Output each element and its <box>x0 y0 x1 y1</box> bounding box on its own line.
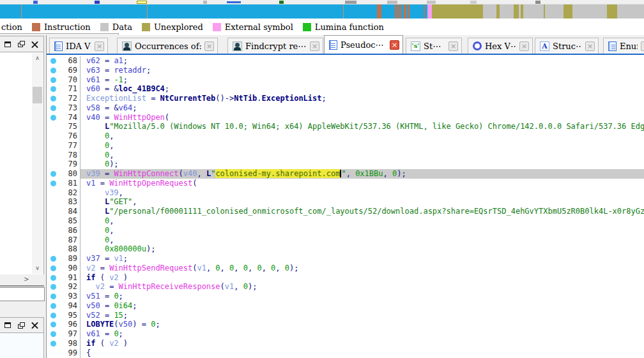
legend-label: Unexplored <box>154 22 203 32</box>
code-line[interactable]: 89v37 = v1; <box>47 254 644 264</box>
vertical-scrollbar[interactable]: ∧ ∨ <box>32 53 43 274</box>
code-text: { <box>80 348 644 358</box>
code-token: v52 <box>86 311 100 320</box>
code-line[interactable]: 81v1 = WinHttpOpenRequest( <box>47 179 644 188</box>
tab-close-button[interactable]: × <box>641 41 644 51</box>
code-line[interactable]: 86 0, <box>47 226 644 235</box>
dock-restore-button[interactable] <box>16 320 26 331</box>
line-number: 98 <box>59 339 80 348</box>
dock-float-button[interactable] <box>3 320 13 331</box>
code-token: WinHttpOpen <box>114 113 164 122</box>
scrollbar-thumb[interactable] <box>33 87 42 103</box>
horizontal-scrollbar[interactable]: > <box>0 274 44 285</box>
code-line[interactable]: 91if ( v2 ) <box>47 273 644 283</box>
tab-ida-v[interactable]: IDA V⋯× <box>49 38 108 54</box>
code-token: v60 <box>86 84 100 93</box>
tab-findcrypt-re[interactable]: Findcrypt re⋯× <box>227 38 323 54</box>
tab-enums[interactable]: Enums× <box>603 38 644 54</box>
dock-close-button[interactable] <box>29 39 40 49</box>
navigator-separator <box>21 4 22 19</box>
dock-float-button[interactable] <box>3 39 13 49</box>
code-line[interactable]: 83 L"GET", <box>47 197 644 207</box>
tab-st[interactable]: St⋯× <box>406 38 462 54</box>
code-token: "/personal/f00001111_colonised_onmicroso… <box>109 207 644 216</box>
navigator-band[interactable] <box>0 4 644 19</box>
code-line[interactable]: 75 L"Mozilla/5.0 (Windows NT 10.0; Win64… <box>47 122 644 131</box>
code-line[interactable]: 76 0, <box>47 131 644 141</box>
code-text: v39 = WinHttpConnect(v40, L"colonised-my… <box>80 169 644 179</box>
code-line[interactable]: 70v61 = -1; <box>47 75 644 85</box>
code-line[interactable]: 73v58 = &v64; <box>47 103 644 113</box>
address-dot-icon <box>47 329 59 339</box>
code-line[interactable]: 94v50 = 0i64; <box>47 301 644 311</box>
tab-close-button[interactable]: × <box>204 41 214 51</box>
code-line[interactable]: 95v52 = 15; <box>47 311 644 320</box>
code-line[interactable]: 88 0x800000u); <box>47 244 644 254</box>
scroll-up-button[interactable]: ∧ <box>32 53 43 64</box>
ida-view-icon <box>54 41 63 51</box>
code-token: ; <box>119 292 123 301</box>
code-token: v62 <box>86 56 100 65</box>
tab-close-button[interactable]: × <box>390 40 399 50</box>
legend-item: Instruction <box>32 22 91 32</box>
code-token: = <box>95 264 109 272</box>
tab-close-button[interactable]: × <box>448 41 458 51</box>
tab-close-button[interactable]: × <box>585 41 595 51</box>
code-line[interactable]: 72ExceptionList = NtCurrentTeb()->NtTib.… <box>47 94 644 103</box>
code-line[interactable]: 93v51 = 0; <box>47 292 644 301</box>
scroll-right-button[interactable]: > <box>20 274 33 285</box>
code-token: ( <box>220 282 225 291</box>
code-line[interactable]: 71v60 = &loc_41B9C4; <box>47 84 644 94</box>
code-token: WinHttpConnect <box>114 169 178 178</box>
tab-label: Pseudoc⋯ <box>341 40 387 50</box>
code-line[interactable]: 98if ( v2 ) <box>47 339 644 348</box>
code-text: LOBYTE(v50) = 0; <box>80 320 644 329</box>
address-dot-icon <box>47 169 59 179</box>
gutter-spacer <box>47 131 59 141</box>
code-line[interactable]: 92 v2 = WinHttpReceiveResponse(v1, 0); <box>47 282 644 292</box>
code-token: WinHttpSendRequest <box>109 264 192 272</box>
toolbar-icon-fragment <box>470 1 477 4</box>
code-text: v51 = 0; <box>80 292 644 301</box>
dock-splitter[interactable] <box>0 285 44 287</box>
code-line[interactable]: 74v40 = WinHttpOpen( <box>47 113 644 123</box>
tab-close-button[interactable]: × <box>310 41 319 51</box>
gutter-spacer <box>47 207 59 216</box>
code-text: 0, <box>80 141 644 151</box>
code-line[interactable]: 84 L"/personal/f00001111_colonised_onmic… <box>47 207 644 216</box>
code-line[interactable]: 69v63 = retaddr; <box>47 66 644 75</box>
code-token: ( <box>95 273 109 282</box>
scroll-down-button[interactable]: ∨ <box>32 263 43 274</box>
code-line[interactable]: 87 0, <box>47 235 644 245</box>
dock-restore-button[interactable] <box>16 39 26 49</box>
float-window-icon <box>4 41 11 47</box>
code-text: v61 = -1; <box>80 75 644 85</box>
code-line[interactable]: 85 0, <box>47 216 644 226</box>
code-token: ; <box>165 84 169 93</box>
legend-label: External symbol <box>225 22 293 32</box>
tab-pseudoc[interactable]: Pseudoc⋯× <box>324 35 403 54</box>
code-line[interactable]: 96LOBYTE(v50) = 0; <box>47 320 644 329</box>
pseudocode-pane[interactable]: 68v62 = a1;69v63 = retaddr;70v61 = -1;71… <box>47 55 644 358</box>
code-token: v58 <box>86 103 100 112</box>
tab-struc[interactable]: Struc⋯× <box>535 38 599 54</box>
code-line[interactable]: 82 v39, <box>47 188 644 198</box>
code-line[interactable]: 90v2 = WinHttpSendRequest(v1, 0, 0, 0, 0… <box>47 264 644 273</box>
tab-occurrences-of[interactable]: Occurrences of:⋯× <box>117 38 218 54</box>
code-line[interactable]: 99{ <box>47 348 644 358</box>
tab-close-button[interactable]: × <box>95 41 104 51</box>
line-number: 93 <box>59 292 80 301</box>
code-line[interactable]: 79 0); <box>47 160 644 169</box>
code-line[interactable]: 80v39 = WinHttpConnect(v40, L"colonised-… <box>47 169 644 179</box>
code-line[interactable]: 97v61 = 0; <box>47 329 644 339</box>
code-token: a1 <box>114 56 123 65</box>
code-token: { <box>86 348 91 357</box>
code-line[interactable]: 77 0, <box>47 141 644 151</box>
code-line[interactable]: 68v62 = a1; <box>47 56 644 66</box>
code-token: LOBYTE <box>86 320 114 329</box>
dock-close-button[interactable] <box>29 320 40 331</box>
tab-close-button[interactable]: × <box>519 41 529 51</box>
tab-hex-v[interactable]: Hex V⋯× <box>468 38 533 54</box>
code-line[interactable]: 78 0, <box>47 151 644 160</box>
toolbar-icon-fragment <box>427 1 436 4</box>
